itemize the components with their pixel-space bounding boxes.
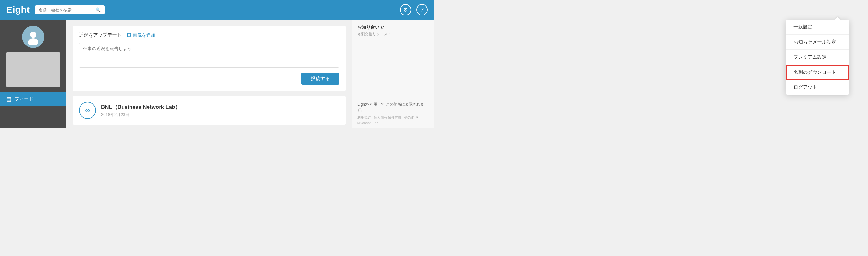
privacy-link[interactable]: 個人情報保護方針 (374, 115, 401, 120)
right-panel-title: お知り合いで (357, 25, 429, 30)
search-icon: 🔍 (95, 7, 101, 12)
right-panel-subtitle: 名刺交換リクエスト (357, 32, 429, 37)
post-textarea[interactable] (79, 43, 339, 68)
bnl-name: BNL（Business Network Lab） (101, 103, 180, 111)
right-panel-footer: Eightを利用して この箇所に表示されます。 利用規約 個人情報保護方針 その… (357, 102, 429, 125)
bnl-date: 2018年2月23日 (101, 112, 180, 118)
sidebar-item-feed-label: フィード (14, 96, 33, 102)
post-button[interactable]: 投稿する (301, 73, 339, 85)
svg-point-0 (30, 32, 36, 38)
copyright: ©Sansan, Inc. (357, 121, 429, 125)
post-card-header: 近況をアップデート 🖼 画像を追加 (79, 32, 339, 38)
svg-point-1 (28, 38, 38, 45)
help-button[interactable]: ? (416, 4, 428, 15)
search-input[interactable] (39, 7, 95, 12)
content-area: 近況をアップデート 🖼 画像を追加 投稿する ∞ BNL（Business Ne… (66, 20, 352, 128)
bnl-info: BNL（Business Network Lab） 2018年2月23日 (101, 103, 180, 118)
app-logo: Eight (6, 5, 30, 15)
bnl-card: ∞ BNL（Business Network Lab） 2018年2月23日 (73, 96, 346, 124)
post-card-footer: 投稿する (79, 73, 339, 85)
settings-button[interactable]: ⚙ (400, 4, 411, 15)
post-update-card: 近況をアップデート 🖼 画像を追加 投稿する (73, 26, 346, 91)
help-icon: ? (421, 7, 424, 13)
sidebar-item-feed[interactable]: ▤ フィード (0, 92, 66, 106)
main-layout: ▤ フィード 近況をアップデート 🖼 画像を追加 投稿する ∞ (0, 20, 434, 128)
avatar-person-icon (25, 29, 41, 45)
header-icons: ⚙ ? (400, 4, 428, 15)
profile-card-placeholder (6, 52, 60, 87)
search-bar[interactable]: 🔍 (35, 5, 104, 14)
right-panel-links: 利用規約 個人情報保護方針 その他 ▼ (357, 115, 429, 120)
gear-icon: ⚙ (403, 6, 408, 13)
post-card-title: 近況をアップデート (79, 32, 122, 38)
feed-icon: ▤ (6, 96, 11, 103)
bnl-logo-icon: ∞ (85, 106, 90, 114)
add-image-link[interactable]: 🖼 画像を追加 (127, 33, 155, 38)
terms-link[interactable]: 利用規約 (357, 115, 371, 120)
sidebar: ▤ フィード (0, 20, 66, 128)
header: Eight 🔍 ⚙ ? (0, 0, 434, 20)
other-link[interactable]: その他 ▼ (404, 115, 419, 120)
sidebar-nav: ▤ フィード (0, 92, 66, 106)
right-panel: お知り合いで 名刺交換リクエスト Eightを利用して この箇所に表示されます。… (352, 20, 434, 128)
avatar[interactable] (22, 26, 44, 48)
add-image-label: 画像を追加 (133, 33, 155, 38)
image-icon: 🖼 (127, 33, 131, 38)
bnl-logo: ∞ (79, 102, 96, 119)
right-panel-description: Eightを利用して この箇所に表示されます。 (357, 102, 429, 113)
